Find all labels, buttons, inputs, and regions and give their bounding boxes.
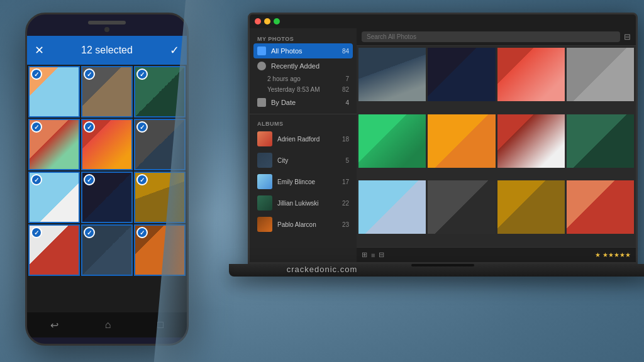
sidebar-album-jillian[interactable]: Jillian Lukiwski 22	[250, 192, 357, 214]
laptop-photo-6[interactable]	[428, 114, 495, 179]
select-badge-3	[136, 69, 148, 80]
laptop-photo-1[interactable]	[358, 48, 426, 112]
back-nav-icon[interactable]: ↩	[50, 319, 58, 331]
2hours-count: 7	[345, 75, 349, 82]
album-thumb-city	[257, 153, 272, 168]
laptop-screen: MY PHOTOS All Photos 84 Recently Added	[250, 14, 636, 262]
phone-screen: ✕ 12 selected ✓	[27, 36, 187, 312]
laptop-photo-5[interactable]	[358, 114, 426, 179]
sidebar-album-pablo[interactable]: Pablo Alarcon 23	[250, 214, 357, 235]
all-photos-label: All Photos	[271, 47, 337, 55]
phone-photo-9[interactable]	[134, 172, 186, 223]
star-rating[interactable]: ★ ★★★★★	[595, 251, 631, 258]
titlebar	[250, 14, 636, 28]
phone-camera	[104, 27, 109, 32]
laptop-photo-3[interactable]	[497, 48, 565, 112]
laptop-photo-grid	[357, 46, 636, 247]
phone-photo-2[interactable]	[81, 66, 133, 118]
album-count-adrien: 18	[342, 136, 349, 143]
2hours-label: 2 hours ago	[267, 75, 341, 82]
phone-photo-11[interactable]	[81, 224, 133, 276]
sort-icon[interactable]: ⊟	[379, 251, 384, 259]
laptop-photo-11[interactable]	[497, 180, 565, 245]
select-badge-12	[136, 227, 148, 238]
laptop-photo-8[interactable]	[567, 114, 634, 179]
phone-photo-3[interactable]	[134, 66, 186, 118]
clock-icon	[257, 62, 266, 70]
phone-photo-10[interactable]	[28, 224, 80, 276]
laptop-photo-7[interactable]	[497, 114, 565, 179]
close-button-traffic[interactable]	[255, 18, 261, 25]
album-thumb-emily	[257, 174, 272, 189]
recent-nav-icon[interactable]: □	[157, 319, 164, 331]
recently-added-label: Recently Added	[271, 62, 349, 70]
main-content: ⊟	[357, 28, 636, 262]
laptop-body: MY PHOTOS All Photos 84 Recently Added	[248, 13, 638, 264]
sidebar-subitem-2hours[interactable]: 2 hours ago 7	[250, 74, 357, 84]
app-container: MY PHOTOS All Photos 84 Recently Added	[250, 28, 636, 262]
laptop-photo-9[interactable]	[358, 180, 426, 245]
list-view-icon[interactable]: ≡	[371, 251, 375, 259]
albums-section-title: ALBUMS	[250, 118, 357, 128]
select-badge-10	[31, 227, 42, 238]
phone-speaker	[88, 21, 126, 25]
home-nav-icon[interactable]: ⌂	[105, 319, 111, 331]
yesterday-label: Yesterday 8:53 AM	[267, 86, 338, 93]
phone-photo-7[interactable]	[28, 172, 80, 223]
select-badge-9	[136, 174, 148, 185]
phone-photo-6[interactable]	[134, 119, 186, 170]
bottom-bar: ⊞ ≡ ⊟ ★ ★★★★★	[357, 247, 636, 262]
sidebar-album-emily[interactable]: Emily Blincoe 17	[250, 171, 357, 192]
sidebar-album-adrien[interactable]: Adrien Radford 18	[250, 128, 357, 150]
calendar-icon	[257, 98, 266, 107]
album-thumb-pablo	[257, 217, 272, 232]
fullscreen-button-traffic[interactable]	[274, 18, 280, 25]
laptop-photo-2[interactable]	[428, 48, 495, 112]
phone-photo-5[interactable]	[81, 119, 133, 170]
close-icon[interactable]: ✕	[35, 43, 44, 57]
select-badge-6	[136, 121, 148, 133]
phone-photo-4[interactable]	[28, 119, 80, 170]
phone-header: ✕ 12 selected ✓	[27, 36, 187, 65]
album-count-city: 5	[345, 157, 349, 164]
sidebar-item-by-date[interactable]: By Date 4	[250, 95, 357, 110]
album-label-city: City	[277, 157, 340, 164]
confirm-icon[interactable]: ✓	[170, 43, 179, 57]
select-badge-4	[31, 121, 42, 133]
sidebar-subitem-yesterday[interactable]: Yesterday 8:53 AM 82	[250, 84, 357, 95]
select-badge-2	[84, 69, 95, 80]
photos-icon	[257, 47, 266, 55]
album-thumb-jillian	[257, 195, 272, 211]
album-count-jillian: 22	[342, 200, 349, 207]
phone-device: ✕ 12 selected ✓	[13, 6, 201, 356]
select-badge-7	[31, 174, 42, 185]
by-date-count: 4	[345, 99, 349, 106]
phone-photo-12[interactable]	[134, 224, 186, 276]
filter-icon[interactable]: ⊟	[624, 32, 631, 41]
select-badge-8	[84, 174, 95, 185]
by-date-label: By Date	[271, 99, 340, 106]
phone-body: ✕ 12 selected ✓	[25, 13, 189, 346]
minimize-button-traffic[interactable]	[264, 18, 270, 25]
phone-photo-1[interactable]	[28, 66, 80, 118]
search-input[interactable]	[362, 31, 620, 42]
toolbar: ⊟	[357, 28, 636, 46]
sidebar-item-recently-added[interactable]: Recently Added	[250, 58, 357, 74]
album-label-pablo: Pablo Alarcon	[277, 221, 337, 228]
phone-photo-grid	[27, 65, 187, 277]
album-thumb-adrien	[257, 131, 272, 146]
all-photos-count: 84	[342, 48, 349, 55]
grid-view-icon[interactable]: ⊞	[362, 251, 367, 259]
laptop-photo-12[interactable]	[567, 180, 634, 245]
my-photos-section-title: MY PHOTOS	[250, 33, 357, 43]
laptop-photo-4[interactable]	[567, 48, 634, 112]
album-count-emily: 17	[342, 178, 349, 185]
sidebar-album-city[interactable]: City 5	[250, 150, 357, 171]
phone-photo-8[interactable]	[81, 172, 133, 223]
main-scene: ✕ 12 selected ✓	[0, 0, 644, 362]
album-label-emily: Emily Blincoe	[277, 178, 337, 185]
sidebar-item-all-photos[interactable]: All Photos 84	[253, 43, 353, 58]
laptop-hinge	[411, 264, 474, 266]
laptop-photo-10[interactable]	[428, 180, 495, 245]
watermark: crackedonic.com	[287, 265, 358, 274]
